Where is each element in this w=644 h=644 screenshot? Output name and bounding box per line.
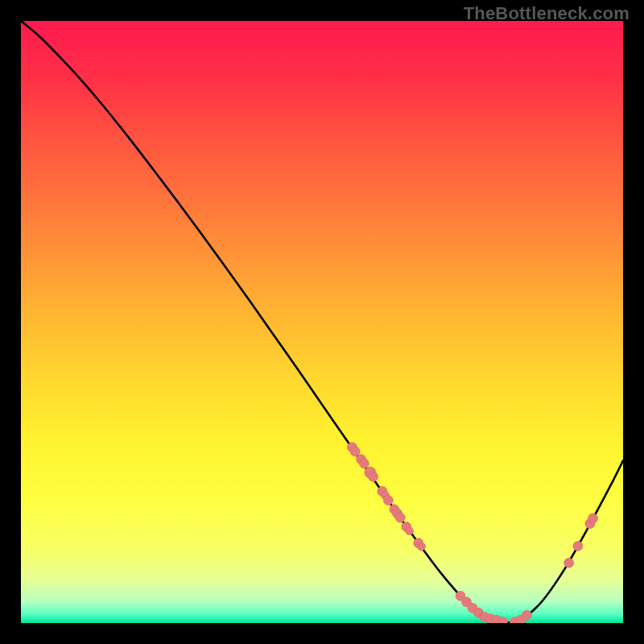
data-point [350, 447, 360, 456]
data-point [417, 543, 425, 551]
data-point [395, 513, 405, 522]
chart-svg [21, 21, 623, 623]
data-point [522, 610, 531, 620]
plot-area [21, 21, 623, 623]
chart-frame: TheBottleneck.com [0, 0, 644, 644]
data-point [405, 527, 413, 535]
gradient-background [21, 21, 623, 623]
data-point [573, 541, 583, 551]
data-point [588, 514, 598, 523]
data-point [564, 558, 574, 568]
data-point [359, 459, 369, 469]
data-point [383, 495, 393, 505]
data-point [369, 472, 378, 481]
